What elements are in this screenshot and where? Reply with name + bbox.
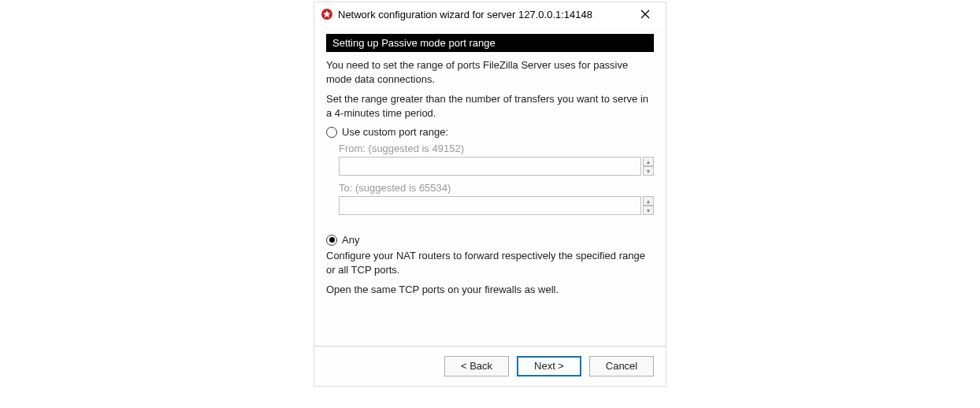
from-port-spin-buttons: ▲ ▼ xyxy=(643,157,654,176)
chevron-up-icon: ▲ xyxy=(646,198,651,204)
titlebar: Network configuration wizard for server … xyxy=(314,2,666,26)
chevron-down-icon: ▼ xyxy=(646,169,651,174)
from-port-spin-down[interactable]: ▼ xyxy=(643,166,654,176)
footer-buttons: < Back Next > Cancel xyxy=(314,346,666,386)
to-port-input[interactable] xyxy=(339,196,641,215)
nat-note: Configure your NAT routers to forward re… xyxy=(326,249,654,276)
radio-custom-port-range[interactable]: Use custom port range: xyxy=(326,126,654,138)
radio-icon xyxy=(326,127,337,138)
from-port-spinner: ▲ ▼ xyxy=(339,157,654,176)
to-port-spin-down[interactable]: ▼ xyxy=(643,206,654,215)
cancel-button[interactable]: Cancel xyxy=(589,356,654,376)
chevron-up-icon: ▲ xyxy=(646,159,651,165)
to-port-spin-up[interactable]: ▲ xyxy=(643,196,654,206)
close-button[interactable] xyxy=(631,3,659,25)
from-port-label: From: (suggested is 49152) xyxy=(339,143,654,154)
content-area: Setting up Passive mode port range You n… xyxy=(314,26,666,297)
radio-icon xyxy=(326,235,337,246)
close-icon xyxy=(640,9,650,19)
to-port-label: To: (suggested is 65534) xyxy=(339,182,654,194)
app-icon xyxy=(321,8,333,20)
from-port-spin-up[interactable]: ▲ xyxy=(643,157,654,166)
wizard-dialog: Network configuration wizard for server … xyxy=(314,2,666,387)
back-button[interactable]: < Back xyxy=(444,356,509,376)
radio-any[interactable]: Any xyxy=(326,234,654,246)
description-2: Set the range greater than the number of… xyxy=(326,92,654,120)
chevron-down-icon: ▼ xyxy=(646,208,651,213)
description-1: You need to set the range of ports FileZ… xyxy=(326,58,654,86)
next-button[interactable]: Next > xyxy=(517,356,581,376)
radio-any-label: Any xyxy=(342,234,359,246)
window-title: Network configuration wizard for server … xyxy=(338,9,631,20)
to-port-field-group: To: (suggested is 65534) ▲ ▼ xyxy=(339,182,654,215)
from-port-input[interactable] xyxy=(339,157,641,176)
to-port-spin-buttons: ▲ ▼ xyxy=(643,196,654,215)
firewall-note: Open the same TCP ports on your firewall… xyxy=(326,283,654,297)
to-port-spinner: ▲ ▼ xyxy=(339,196,654,215)
from-port-field-group: From: (suggested is 49152) ▲ ▼ xyxy=(339,143,654,176)
radio-custom-label: Use custom port range: xyxy=(342,126,448,138)
section-heading: Setting up Passive mode port range xyxy=(326,34,654,52)
